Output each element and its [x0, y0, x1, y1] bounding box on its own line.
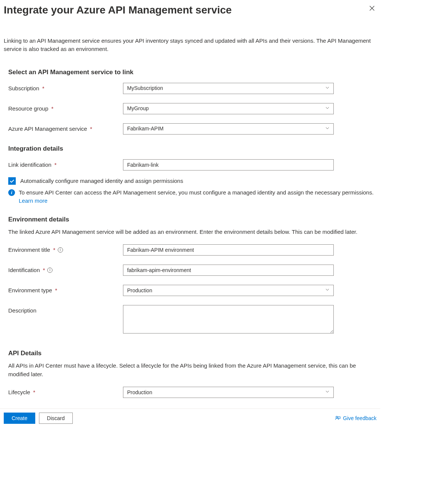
intro-text: Linking to an API Management service ens…: [4, 37, 376, 54]
apim-service-value: Fabrikam-APIM: [127, 126, 164, 132]
chevron-down-icon: [325, 106, 330, 111]
lifecycle-value: Production: [127, 389, 152, 396]
chevron-down-icon: [325, 85, 330, 91]
section-integration-heading: Integration details: [8, 145, 376, 153]
env-type-value: Production: [127, 287, 152, 294]
auto-configure-checkbox[interactable]: [8, 177, 16, 185]
info-text: To ensure API Center can access the API …: [19, 188, 376, 205]
link-id-input[interactable]: [123, 159, 334, 170]
lifecycle-label: Lifecycle*: [8, 387, 123, 395]
apim-service-label: Azure API Management service*: [8, 123, 123, 132]
env-title-label: Environment title* i: [8, 244, 123, 253]
chevron-down-icon: [325, 126, 330, 132]
chevron-down-icon: [325, 389, 330, 395]
close-icon: [369, 5, 375, 11]
resource-group-label: Resource group*: [8, 103, 123, 112]
check-icon: [9, 178, 15, 184]
feedback-icon: [335, 415, 341, 421]
info-tooltip-icon[interactable]: i: [58, 247, 63, 253]
apim-service-select[interactable]: Fabrikam-APIM: [123, 123, 334, 135]
section-select-heading: Select an API Management service to link: [8, 69, 376, 76]
info-tooltip-icon[interactable]: i: [47, 268, 52, 273]
resource-group-select[interactable]: MyGroup: [123, 103, 334, 114]
subscription-value: MySubscription: [127, 85, 163, 91]
env-type-select[interactable]: Production: [123, 285, 334, 296]
env-desc-input[interactable]: [123, 305, 334, 334]
env-desc-label: Description: [8, 305, 123, 314]
env-desc: The linked Azure API Management service …: [8, 228, 376, 236]
link-id-label: Link identification*: [8, 159, 123, 168]
env-id-input[interactable]: [123, 265, 334, 276]
section-env-heading: Environment details: [8, 216, 376, 223]
env-id-label: Identification* i: [8, 265, 123, 273]
subscription-select[interactable]: MySubscription: [123, 83, 334, 94]
auto-configure-label: Automatically configure managed identity…: [20, 178, 183, 184]
resource-group-value: MyGroup: [127, 105, 149, 112]
subscription-label: Subscription*: [8, 83, 123, 91]
lifecycle-select[interactable]: Production: [123, 387, 334, 398]
chevron-down-icon: [325, 287, 330, 293]
env-title-input[interactable]: [123, 244, 334, 256]
close-button[interactable]: [368, 4, 376, 13]
discard-button[interactable]: Discard: [39, 413, 72, 424]
create-button[interactable]: Create: [4, 413, 35, 424]
env-type-label: Environment type*: [8, 285, 123, 293]
svg-point-0: [336, 416, 337, 418]
api-desc: All APIs in API Center must have a lifec…: [8, 362, 376, 378]
info-icon: i: [8, 189, 15, 196]
learn-more-link[interactable]: Learn more: [19, 197, 48, 204]
give-feedback-link[interactable]: Give feedback: [335, 415, 377, 421]
page-title: Integrate your Azure API Management serv…: [4, 4, 232, 16]
section-api-heading: API Details: [8, 350, 376, 357]
